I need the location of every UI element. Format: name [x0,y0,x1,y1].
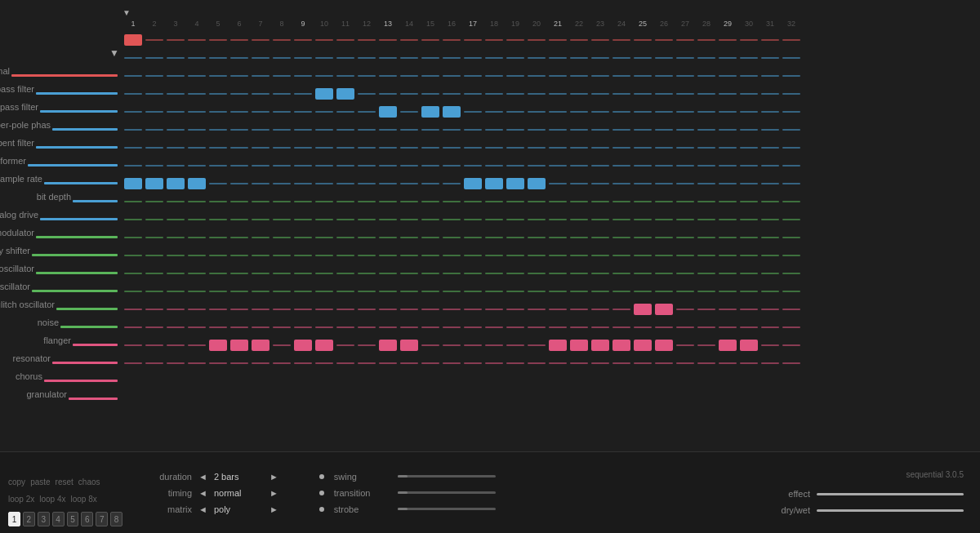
cell-10-23[interactable] [590,212,611,227]
cell-14-13[interactable] [377,284,399,299]
cell-13-16[interactable] [441,266,462,281]
cell-12-3[interactable] [165,248,186,263]
cell-16-26[interactable] [653,320,675,335]
cell-9-8[interactable] [271,194,292,209]
cell-7-32[interactable] [781,158,802,173]
cell-12-29[interactable] [717,248,738,263]
cell-16-27[interactable] [675,320,696,335]
cell-14-28[interactable] [696,284,717,299]
cell-8-15[interactable] [420,176,441,191]
cell-11-16[interactable] [441,230,462,245]
cell-4-4[interactable] [186,104,207,119]
cell-8-28[interactable] [696,176,717,191]
cell-16-29[interactable] [717,320,738,335]
cell-0-24[interactable] [611,33,632,47]
cell-6-6[interactable] [229,140,250,155]
cell-13-29[interactable] [717,266,738,281]
cell-7-22[interactable] [568,158,590,173]
cell-5-23[interactable] [590,122,611,137]
cell-6-15[interactable] [420,140,441,155]
cell-3-15[interactable] [420,87,441,101]
cell-14-22[interactable] [568,284,590,299]
page-btn-8[interactable]: 8 [110,512,122,526]
cell-1-12[interactable] [356,51,377,65]
cell-6-7[interactable] [250,140,271,155]
cell-16-2[interactable] [144,320,165,335]
cell-18-16[interactable] [441,356,462,371]
cell-7-4[interactable] [186,158,207,173]
cell-7-7[interactable] [250,158,271,173]
cell-9-14[interactable] [399,194,420,209]
cell-11-27[interactable] [675,230,696,245]
cell-1-17[interactable] [462,51,483,65]
cell-15-29[interactable] [717,302,738,317]
cell-13-30[interactable] [738,266,760,281]
cell-5-3[interactable] [165,122,186,137]
cell-13-27[interactable] [675,266,696,281]
chaos-button[interactable]: chaos [78,477,100,486]
cell-13-21[interactable] [547,266,568,281]
cell-2-26[interactable] [653,69,675,83]
cell-15-24[interactable] [611,302,632,317]
cell-3-11[interactable] [335,87,356,101]
cell-12-17[interactable] [462,248,483,263]
cell-8-20[interactable] [526,176,547,191]
cell-4-9[interactable] [292,104,314,119]
cell-2-17[interactable] [462,69,483,83]
cell-9-11[interactable] [335,194,356,209]
cell-11-29[interactable] [717,230,738,245]
cell-16-28[interactable] [696,320,717,335]
cell-18-21[interactable] [547,356,568,371]
cell-18-29[interactable] [717,356,738,371]
cell-17-5[interactable] [207,338,229,353]
cell-14-14[interactable] [399,284,420,299]
cell-15-21[interactable] [547,302,568,317]
cell-6-3[interactable] [165,140,186,155]
cell-12-1[interactable] [122,248,144,263]
cell-13-17[interactable] [462,266,483,281]
page-btn-6[interactable]: 6 [81,512,93,526]
cell-17-1[interactable] [122,338,144,353]
cell-8-1[interactable] [122,176,144,191]
cell-0-14[interactable] [399,33,420,47]
cell-15-12[interactable] [356,302,377,317]
cell-1-29[interactable] [717,51,738,65]
cell-17-29[interactable] [717,338,738,353]
cell-4-23[interactable] [590,104,611,119]
cell-17-18[interactable] [483,338,505,353]
cell-5-13[interactable] [377,122,399,137]
cell-3-26[interactable] [653,87,675,101]
cell-8-30[interactable] [738,176,760,191]
paste-button[interactable]: paste [30,477,50,486]
cell-11-22[interactable] [568,230,590,245]
cell-2-30[interactable] [738,69,760,83]
cell-12-2[interactable] [144,248,165,263]
transition-slider[interactable] [398,491,496,494]
cell-18-27[interactable] [675,356,696,371]
cell-5-28[interactable] [696,122,717,137]
cell-5-32[interactable] [781,122,802,137]
cell-5-14[interactable] [399,122,420,137]
cell-9-15[interactable] [420,194,441,209]
cell-11-6[interactable] [229,230,250,245]
cell-17-32[interactable] [781,338,802,353]
cell-4-17[interactable] [462,104,483,119]
cell-9-32[interactable] [781,194,802,209]
cell-8-16[interactable] [441,176,462,191]
cell-18-12[interactable] [356,356,377,371]
cell-11-26[interactable] [653,230,675,245]
cell-3-16[interactable] [441,87,462,101]
cell-7-14[interactable] [399,158,420,173]
cell-4-8[interactable] [271,104,292,119]
cell-16-14[interactable] [399,320,420,335]
cell-8-8[interactable] [271,176,292,191]
cell-10-11[interactable] [335,212,356,227]
cell-17-11[interactable] [335,338,356,353]
cell-2-1[interactable] [122,69,144,83]
cell-14-32[interactable] [781,284,802,299]
cell-13-4[interactable] [186,266,207,281]
cell-7-19[interactable] [505,158,526,173]
cell-3-8[interactable] [271,87,292,101]
cell-18-5[interactable] [207,356,229,371]
matrix-right-arrow[interactable]: ► [270,504,278,514]
